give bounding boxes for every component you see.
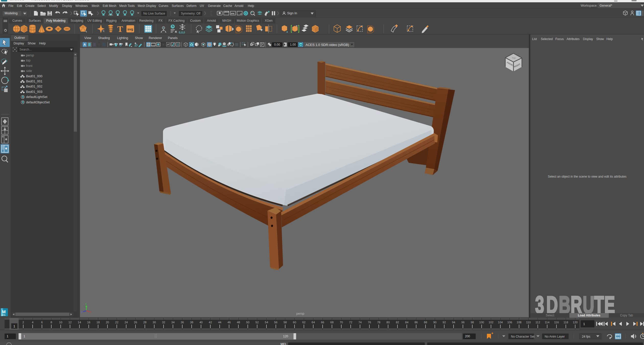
svg-text:24: 24 (124, 321, 128, 324)
svg-text:defaultObjectSet: defaultObjectSet (26, 101, 50, 104)
svg-text:60: 60 (293, 321, 296, 324)
svg-text:1: 1 (583, 322, 585, 326)
svg-text:1.00: 1.00 (290, 43, 296, 46)
svg-text:D: D (546, 294, 558, 313)
svg-text:82: 82 (396, 321, 399, 324)
svg-text:3: 3 (535, 294, 544, 313)
svg-text:112: 112 (535, 321, 540, 324)
svg-text:52: 52 (255, 321, 259, 324)
svg-text:78: 78 (377, 321, 380, 324)
svg-text:54: 54 (265, 321, 268, 324)
svg-text:y: y (85, 302, 87, 305)
svg-text:106: 106 (507, 321, 512, 324)
svg-text:38: 38 (190, 321, 193, 324)
svg-text:104: 104 (498, 321, 503, 324)
svg-text:56: 56 (274, 321, 277, 324)
svg-text:74: 74 (358, 321, 362, 324)
svg-text:58: 58 (284, 321, 287, 324)
svg-text:defaultLightSet: defaultLightSet (26, 95, 48, 99)
svg-text:6: 6 (41, 321, 43, 324)
svg-text:62: 62 (302, 321, 306, 324)
svg-text:24 fps: 24 fps (582, 335, 590, 338)
svg-text:T: T (117, 24, 123, 34)
svg-text:A: A (84, 43, 86, 46)
svg-text:E: E (604, 294, 615, 313)
svg-text:108: 108 (517, 321, 521, 324)
svg-text:8: 8 (51, 321, 52, 324)
svg-text:118: 118 (564, 321, 568, 324)
svg-text:B: B (559, 294, 570, 313)
svg-text:top: top (26, 59, 30, 62)
svg-text:16: 16 (87, 321, 90, 324)
svg-text:102: 102 (488, 321, 493, 324)
svg-text:68: 68 (330, 321, 334, 324)
svg-text:72: 72 (349, 321, 352, 324)
svg-text:IPR: IPR (231, 13, 235, 15)
svg-text:T: T (177, 43, 179, 46)
svg-text:110: 110 (526, 321, 531, 324)
svg-text:x: x (90, 311, 91, 313)
svg-text:90: 90 (433, 321, 437, 324)
svg-text:36: 36 (181, 321, 184, 324)
svg-text:Bed01_001: Bed01_001 (26, 80, 42, 83)
svg-text:120: 120 (573, 321, 578, 324)
svg-text:AYA: AYA (2, 314, 6, 316)
svg-text:32: 32 (162, 321, 165, 324)
svg-text:64: 64 (312, 321, 315, 324)
svg-text:Bed01_002: Bed01_002 (26, 85, 42, 88)
svg-text:0,0,0: 0,0,0 (179, 31, 185, 34)
svg-text:88: 88 (424, 321, 427, 324)
svg-text:76: 76 (368, 321, 371, 324)
svg-text:114: 114 (545, 321, 550, 324)
svg-text:34: 34 (171, 321, 175, 324)
svg-text:42: 42 (209, 321, 212, 324)
svg-text:4: 4 (32, 321, 33, 324)
svg-text:94: 94 (452, 321, 455, 324)
svg-text:14: 14 (78, 321, 81, 324)
svg-text:116: 116 (554, 321, 559, 324)
svg-text:No Anim Layer: No Anim Layer (545, 335, 565, 338)
svg-text:40: 40 (199, 321, 203, 324)
svg-text:70: 70 (340, 321, 343, 324)
svg-text:ON: ON (299, 44, 302, 46)
svg-text:svg: svg (127, 27, 133, 31)
svg-text:20: 20 (106, 321, 109, 324)
svg-text:No Character Set: No Character Set (511, 335, 535, 338)
svg-text:front: front (26, 64, 33, 68)
svg-text:100: 100 (479, 321, 484, 324)
svg-text:48: 48 (237, 321, 240, 324)
svg-text:T: T (594, 294, 604, 313)
svg-text:ACES 1.0 SDR-video (sRGB): ACES 1.0 SDR-video (sRGB) (306, 43, 349, 47)
svg-text:28: 28 (143, 321, 147, 324)
svg-text:10: 10 (59, 321, 62, 324)
svg-text:26: 26 (134, 321, 137, 324)
svg-text:2: 2 (22, 321, 24, 324)
svg-text:0.00: 0.00 (274, 43, 280, 46)
svg-text:86: 86 (415, 321, 418, 324)
svg-text:U: U (583, 294, 594, 313)
svg-text:80: 80 (387, 321, 390, 324)
svg-text:persp: persp (26, 54, 34, 57)
svg-text:30: 30 (153, 321, 156, 324)
svg-text:Bed01_000: Bed01_000 (26, 75, 42, 78)
svg-text:22: 22 (115, 321, 119, 324)
svg-text:84: 84 (405, 321, 408, 324)
svg-text:44: 44 (218, 321, 221, 324)
svg-text:92: 92 (443, 321, 446, 324)
svg-text:98: 98 (471, 321, 474, 324)
svg-text:side: side (26, 69, 32, 73)
svg-text:96: 96 (461, 321, 465, 324)
svg-text:50: 50 (246, 321, 250, 324)
svg-text:12: 12 (68, 321, 72, 324)
svg-text:z: z (81, 311, 83, 313)
svg-text:1: 1 (14, 325, 15, 328)
svg-text:18: 18 (97, 321, 100, 324)
svg-text:R: R (571, 294, 582, 313)
svg-text:46: 46 (227, 321, 231, 324)
svg-text:66: 66 (321, 321, 324, 324)
svg-text:Bed01_003: Bed01_003 (26, 90, 42, 94)
